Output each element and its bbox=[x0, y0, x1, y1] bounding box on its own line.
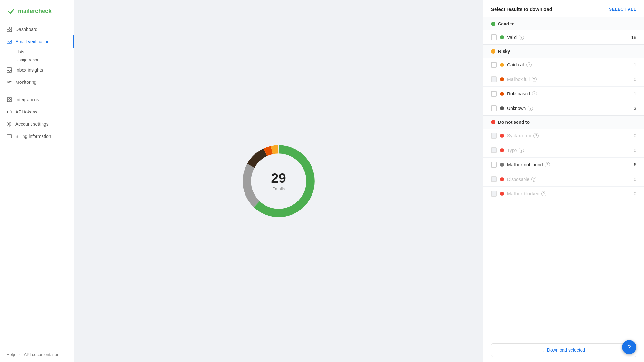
sidebar-item-label: Billing information bbox=[15, 134, 51, 139]
result-row-typo: Typo ? 0 bbox=[483, 143, 644, 158]
disposable-checkbox bbox=[491, 176, 497, 182]
svg-rect-5 bbox=[7, 68, 12, 72]
api-docs-link[interactable]: API documentation bbox=[24, 352, 59, 357]
typo-checkbox bbox=[491, 147, 497, 153]
typo-info-icon: ? bbox=[519, 148, 524, 153]
sidebar-item-dashboard[interactable]: Dashboard bbox=[0, 23, 74, 35]
separator: · bbox=[19, 352, 20, 357]
mailbox-blocked-info-icon: ? bbox=[541, 191, 546, 196]
catch-all-checkbox[interactable] bbox=[491, 62, 497, 68]
unknown-count: 3 bbox=[630, 106, 636, 111]
result-row-mailbox-full: Mailbox full ? 0 bbox=[483, 72, 644, 87]
svg-point-6 bbox=[9, 123, 10, 125]
category-risky: Risky Catch all ? 1 Mai bbox=[483, 45, 644, 116]
download-selected-button[interactable]: ↓ Download selected bbox=[491, 343, 636, 357]
valid-name: Valid ? bbox=[507, 35, 627, 40]
role-based-info-icon[interactable]: ? bbox=[532, 91, 537, 96]
sidebar: mailercheck Dashboard Email verification… bbox=[0, 0, 74, 362]
mailbox-not-found-dot bbox=[500, 163, 504, 167]
valid-checkbox[interactable] bbox=[491, 34, 497, 40]
role-based-dot bbox=[500, 92, 504, 96]
mailbox-full-info-icon: ? bbox=[532, 77, 537, 82]
gear-icon bbox=[6, 121, 12, 127]
syntax-error-checkbox bbox=[491, 133, 497, 139]
mailbox-not-found-count: 6 bbox=[630, 162, 636, 167]
inbox-icon bbox=[6, 67, 12, 73]
svg-rect-7 bbox=[7, 135, 12, 138]
sidebar-item-billing[interactable]: Billing information bbox=[0, 130, 74, 142]
navigation: Dashboard Email verification Lists Usage… bbox=[0, 21, 74, 347]
mailbox-blocked-count: 0 bbox=[630, 191, 636, 196]
main-content: 29 Emails Select results to download SEL… bbox=[74, 0, 644, 362]
do-not-send-dot bbox=[491, 120, 495, 124]
typo-count: 0 bbox=[630, 148, 636, 153]
panel-title: Select results to download bbox=[491, 6, 552, 12]
email-verification-sub-nav: Lists Usage report bbox=[0, 48, 74, 64]
sidebar-item-label: Account settings bbox=[15, 122, 49, 127]
disposable-info-icon: ? bbox=[531, 177, 536, 182]
send-to-label: Send to bbox=[498, 21, 514, 26]
help-button[interactable]: ? bbox=[622, 340, 636, 354]
syntax-error-count: 0 bbox=[630, 133, 636, 138]
valid-count: 18 bbox=[630, 35, 636, 40]
mailbox-not-found-info-icon[interactable]: ? bbox=[545, 162, 550, 167]
panel-body: Send to Valid ? 18 Risky bbox=[483, 17, 644, 338]
mailbox-full-dot bbox=[500, 77, 504, 81]
sidebar-item-monitoring[interactable]: Monitoring bbox=[0, 76, 74, 88]
category-do-not-send-to: Do not send to Syntax error ? 0 bbox=[483, 116, 644, 201]
category-send-to: Send to Valid ? 18 bbox=[483, 17, 644, 45]
sidebar-item-label: API tokens bbox=[15, 109, 37, 114]
mailbox-full-count: 0 bbox=[630, 77, 636, 82]
code-icon bbox=[6, 109, 12, 115]
sidebar-item-api-tokens[interactable]: API tokens bbox=[0, 106, 74, 118]
category-header-send-to: Send to bbox=[483, 17, 644, 30]
help-button-label: ? bbox=[627, 344, 631, 351]
sidebar-item-integrations[interactable]: Integrations bbox=[0, 93, 74, 106]
svg-rect-4 bbox=[7, 40, 12, 43]
mailbox-blocked-dot bbox=[500, 192, 504, 196]
syntax-error-dot bbox=[500, 134, 504, 138]
mailbox-blocked-checkbox bbox=[491, 191, 497, 197]
mailbox-full-name: Mailbox full ? bbox=[507, 77, 627, 82]
syntax-error-name: Syntax error ? bbox=[507, 133, 627, 138]
category-header-do-not-send-to: Do not send to bbox=[483, 116, 644, 129]
mailbox-not-found-name: Mailbox not found ? bbox=[507, 162, 627, 167]
donut-center: 29 Emails bbox=[271, 171, 286, 191]
logo: mailercheck bbox=[0, 0, 74, 21]
svg-rect-2 bbox=[7, 30, 9, 32]
unknown-dot bbox=[500, 106, 504, 110]
mailbox-not-found-checkbox[interactable] bbox=[491, 162, 497, 168]
category-header-risky: Risky bbox=[483, 45, 644, 58]
valid-info-icon[interactable]: ? bbox=[519, 35, 524, 40]
catch-all-info-icon[interactable]: ? bbox=[526, 62, 532, 67]
sidebar-item-lists[interactable]: Lists bbox=[15, 48, 74, 56]
disposable-name: Disposable ? bbox=[507, 177, 627, 182]
result-row-unknown: Unknown ? 3 bbox=[483, 101, 644, 115]
unknown-info-icon[interactable]: ? bbox=[528, 106, 533, 111]
sidebar-item-inbox-insights[interactable]: Inbox insights bbox=[0, 64, 74, 76]
right-panel: Select results to download SELECT ALL Se… bbox=[483, 0, 644, 362]
select-all-button[interactable]: SELECT ALL bbox=[609, 7, 636, 12]
sidebar-item-account-settings[interactable]: Account settings bbox=[0, 118, 74, 130]
unknown-checkbox[interactable] bbox=[491, 105, 497, 111]
logo-icon bbox=[6, 6, 15, 15]
risky-dot bbox=[491, 49, 495, 54]
donut-chart: 29 Emails bbox=[237, 139, 321, 223]
help-link[interactable]: Help bbox=[6, 352, 15, 357]
download-bar: ↓ Download selected bbox=[483, 338, 644, 362]
result-row-valid: Valid ? 18 bbox=[483, 30, 644, 44]
sidebar-item-label: Integrations bbox=[15, 97, 39, 102]
result-row-mailbox-blocked: Mailbox blocked ? 0 bbox=[483, 187, 644, 201]
sidebar-item-usage-report[interactable]: Usage report bbox=[15, 56, 74, 64]
sidebar-item-email-verification[interactable]: Email verification bbox=[0, 35, 74, 48]
disposable-dot bbox=[500, 177, 504, 181]
download-icon: ↓ bbox=[542, 347, 544, 353]
role-based-count: 1 bbox=[630, 91, 636, 96]
role-based-checkbox[interactable] bbox=[491, 91, 497, 97]
catch-all-count: 1 bbox=[630, 62, 636, 67]
result-row-mailbox-not-found: Mailbox not found ? 6 bbox=[483, 158, 644, 172]
result-row-role-based: Role based ? 1 bbox=[483, 87, 644, 101]
unknown-name: Unknown ? bbox=[507, 106, 627, 111]
catch-all-dot bbox=[500, 63, 504, 67]
sidebar-footer: Help · API documentation bbox=[0, 347, 74, 362]
